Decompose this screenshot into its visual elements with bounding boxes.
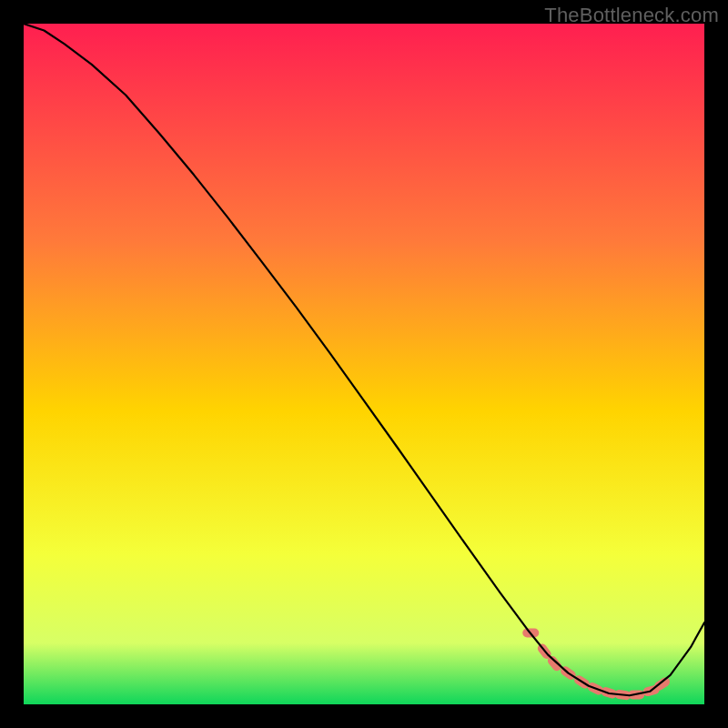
plot-area	[24, 24, 704, 704]
chart-frame: TheBottleneck.com	[0, 0, 728, 728]
gradient-background	[24, 24, 704, 704]
chart-svg	[24, 24, 704, 704]
watermark-text: TheBottleneck.com	[544, 4, 719, 27]
